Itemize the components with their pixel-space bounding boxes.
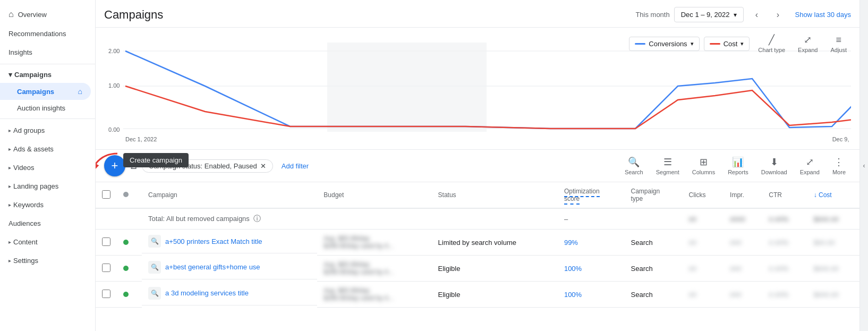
search-action-button[interactable]: 🔍 Search bbox=[619, 154, 649, 177]
download-action-button[interactable]: ⬇ Download bbox=[756, 154, 793, 177]
opt-score-3: 100% bbox=[564, 291, 582, 299]
date-range-button[interactable]: Dec 1 – 9, 2022 ▾ bbox=[674, 7, 744, 22]
td-campaign-1: 🔍 a+500 printers Exact Match title bbox=[142, 230, 317, 253]
status-text-3: Eligible bbox=[438, 291, 461, 299]
cost-metric-button[interactable]: Cost ▾ bbox=[704, 37, 750, 51]
td-checkbox-1 bbox=[96, 230, 117, 256]
sidebar-item-videos[interactable]: ▸ Videos bbox=[0, 158, 91, 177]
sidebar-item-overview[interactable]: ⌂ Overview bbox=[0, 4, 91, 24]
add-filter-button[interactable]: Add filter bbox=[277, 160, 313, 172]
create-campaign-tooltip: Create campaign bbox=[123, 153, 189, 167]
svg-rect-9 bbox=[327, 43, 487, 132]
date-range-label: This month bbox=[635, 11, 669, 19]
expand-icon: ▸ bbox=[8, 239, 11, 245]
campaign-icon-1: 🔍 bbox=[148, 235, 161, 248]
sidebar-item-audiences[interactable]: Audiences bbox=[0, 214, 91, 233]
sidebar-item-settings[interactable]: ▸ Settings bbox=[0, 251, 91, 270]
reports-action-button[interactable]: 📊 Reports bbox=[722, 154, 754, 177]
more-icon: ⋮ bbox=[834, 156, 844, 168]
th-opt-score[interactable]: Optimizationscore bbox=[558, 182, 625, 208]
campaign-name-3[interactable]: a 3d modeling services title bbox=[165, 289, 249, 297]
create-campaign-button[interactable]: + bbox=[104, 155, 125, 176]
cost-line-indicator bbox=[710, 43, 720, 45]
close-icon: ✕ bbox=[260, 162, 266, 170]
sidebar-item-label: Ads & assets bbox=[13, 145, 54, 153]
sidebar-group-campaigns[interactable]: ▾ Campaigns bbox=[0, 66, 95, 83]
td-checkbox bbox=[96, 208, 117, 230]
sidebar-item-insights[interactable]: Insights bbox=[0, 43, 91, 62]
more-label: More bbox=[832, 169, 846, 175]
segment-action-button[interactable]: ☰ Segment bbox=[651, 154, 685, 177]
campaign-name-2[interactable]: a+best general gifts+home use bbox=[165, 263, 260, 271]
td-ctr-2: #.##% bbox=[762, 256, 807, 282]
conversions-metric-button[interactable]: Conversions ▾ bbox=[629, 37, 699, 51]
td-status-dot-2 bbox=[117, 256, 142, 282]
td-campaign-3: 🔍 a 3d modeling services title bbox=[142, 282, 317, 305]
td-opt-score-3: 100% bbox=[558, 282, 625, 308]
prev-date-button[interactable]: ‹ bbox=[748, 6, 765, 23]
th-campaign[interactable]: Campaign bbox=[142, 182, 317, 208]
th-budget[interactable]: Budget bbox=[317, 182, 431, 208]
th-status[interactable]: Status bbox=[432, 182, 558, 208]
chart-type-label: Chart type bbox=[758, 47, 785, 53]
next-date-button[interactable]: › bbox=[769, 6, 786, 23]
td-clicks-1: ## bbox=[683, 230, 724, 256]
chart-type-button[interactable]: ╱ Chart type bbox=[754, 32, 789, 55]
expand-icon: ▸ bbox=[8, 165, 11, 171]
topbar: Campaigns This month Dec 1 – 9, 2022 ▾ ‹… bbox=[96, 0, 860, 28]
sidebar-item-keywords[interactable]: ▸ Keywords bbox=[0, 196, 91, 214]
row-checkbox-2[interactable] bbox=[102, 264, 110, 272]
show-last-button[interactable]: Show last 30 days bbox=[795, 11, 851, 19]
table-header-row: Campaign Budget Status Optimizationscore… bbox=[96, 182, 860, 208]
expand-action-button[interactable]: ⤢ Expand bbox=[795, 154, 825, 177]
td-campaign-2: 🔍 a+best general gifts+home use bbox=[142, 256, 317, 279]
sidebar-item-ads-assets[interactable]: ▸ Ads & assets bbox=[0, 140, 91, 158]
campaign-icon-3: 🔍 bbox=[148, 287, 161, 300]
expand-icon: ▸ bbox=[8, 183, 11, 189]
row-checkbox-3[interactable] bbox=[102, 290, 110, 298]
td-checkbox-2 bbox=[96, 256, 117, 282]
td-cost-3: $###.## bbox=[807, 282, 860, 308]
campaign-name-1[interactable]: a+500 printers Exact Match title bbox=[165, 237, 262, 245]
sidebar-item-landing-pages[interactable]: ▸ Landing pages bbox=[0, 177, 91, 196]
select-all-checkbox[interactable] bbox=[102, 190, 110, 199]
chevron-down-icon: ▾ bbox=[741, 40, 744, 47]
divider bbox=[0, 118, 95, 119]
chart-adjust-button[interactable]: ≡ Adjust bbox=[826, 32, 851, 55]
row-checkbox-1[interactable] bbox=[102, 237, 110, 246]
th-impr[interactable]: Impr. bbox=[724, 182, 762, 208]
sidebar-item-recommendations[interactable]: Recommendations bbox=[0, 24, 91, 43]
td-budget-2: Avg. $65.99/day $266.90/day used by 4... bbox=[317, 256, 431, 282]
sidebar-group-label: Campaigns bbox=[14, 71, 52, 79]
sidebar-item-label: Insights bbox=[8, 48, 32, 56]
sidebar-item-auction-insights[interactable]: Auction insights bbox=[0, 100, 91, 116]
td-opt-score-2: 100% bbox=[558, 256, 625, 282]
campaign-icon-2: 🔍 bbox=[148, 261, 161, 274]
td-ctr-total: #.##% bbox=[762, 208, 807, 230]
sidebar-item-label: Ad groups bbox=[13, 126, 45, 134]
td-status-dot-1 bbox=[117, 230, 142, 256]
more-action-button[interactable]: ⋮ More bbox=[827, 154, 851, 177]
cost-label: Cost bbox=[724, 40, 738, 48]
th-clicks[interactable]: Clicks bbox=[683, 182, 724, 208]
home-icon-small: ⌂ bbox=[78, 87, 82, 96]
collapse-panel[interactable]: ‹ bbox=[860, 0, 868, 331]
svg-text:Dec 1, 2022: Dec 1, 2022 bbox=[125, 136, 157, 142]
th-campaign-type[interactable]: Campaigntype bbox=[625, 182, 683, 208]
td-status-2: Eligible bbox=[432, 256, 558, 282]
th-cost[interactable]: ↓ Cost bbox=[807, 182, 860, 208]
budget-cell-2: Avg. $65.99/day $266.90/day used by 4... bbox=[324, 261, 425, 276]
expand-icon: ▸ bbox=[8, 258, 11, 264]
segment-label: Segment bbox=[656, 169, 679, 175]
sidebar-item-content[interactable]: ▸ Content bbox=[0, 233, 91, 251]
th-ctr[interactable]: CTR bbox=[762, 182, 807, 208]
sidebar-item-ad-groups[interactable]: ▸ Ad groups bbox=[0, 121, 91, 140]
adjust-label: Adjust bbox=[830, 47, 847, 53]
expand-label: Expand bbox=[798, 47, 818, 53]
td-status-dot-3 bbox=[117, 282, 142, 308]
td-status-1: Limited by search volume bbox=[432, 230, 558, 256]
sidebar-item-campaigns[interactable]: Campaigns ⌂ bbox=[0, 83, 91, 100]
chart-expand-button[interactable]: ⤢ Expand bbox=[794, 32, 822, 55]
columns-action-button[interactable]: ⊞ Columns bbox=[687, 154, 720, 177]
search-label: Search bbox=[625, 169, 643, 175]
